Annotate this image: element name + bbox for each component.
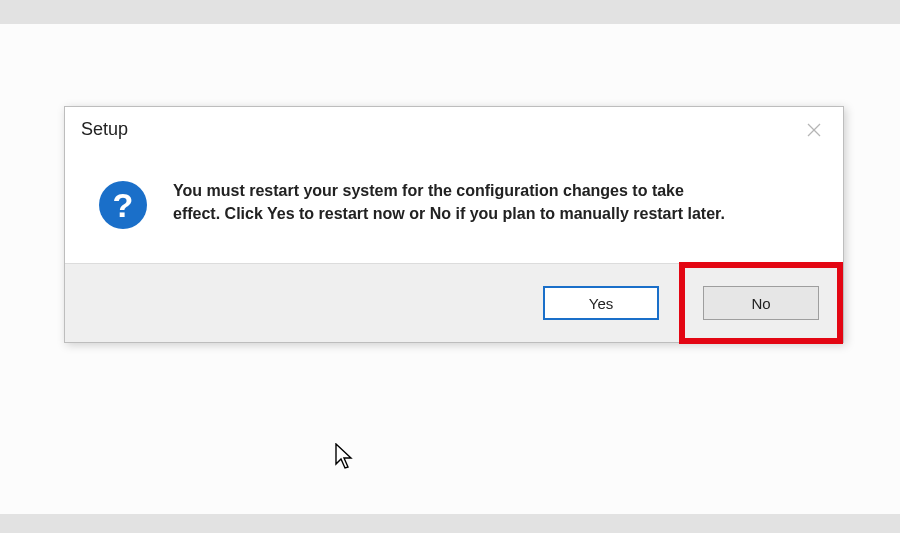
dialog-message: You must restart your system for the con… bbox=[173, 179, 733, 229]
background-bottom-strip bbox=[0, 514, 900, 533]
question-icon: ? bbox=[99, 181, 147, 229]
dialog-content: ? You must restart your system for the c… bbox=[65, 155, 843, 263]
no-button[interactable]: No bbox=[703, 286, 819, 320]
setup-dialog: Setup ? You must restart your system for… bbox=[64, 106, 844, 343]
button-row: Yes No bbox=[65, 263, 843, 342]
question-glyph: ? bbox=[113, 188, 134, 222]
dialog-title: Setup bbox=[81, 119, 827, 140]
yes-button[interactable]: Yes bbox=[543, 286, 659, 320]
titlebar: Setup bbox=[65, 107, 843, 155]
close-icon[interactable] bbox=[803, 119, 825, 141]
no-button-wrapper: No bbox=[703, 286, 819, 320]
background-top-strip bbox=[0, 0, 900, 24]
